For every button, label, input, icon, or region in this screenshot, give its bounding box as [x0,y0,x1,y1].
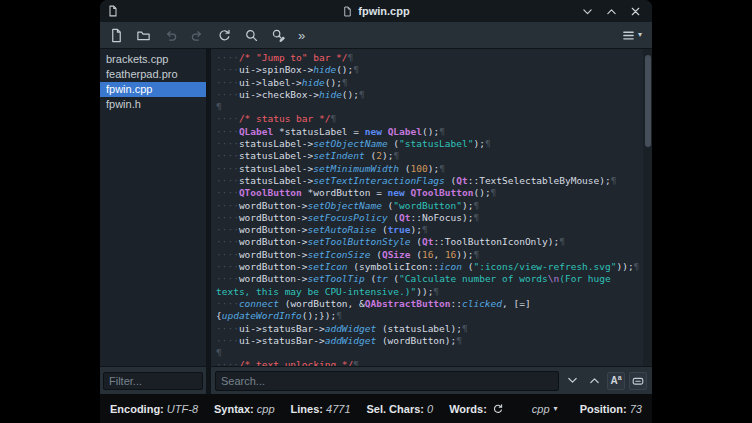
chevron-down-icon: ▾ [638,31,642,39]
code-line: ¶ [216,347,643,359]
reload-icon[interactable] [215,26,234,45]
syntax-selector-value: cpp [532,403,550,415]
search-row: Aa [100,366,652,394]
code-line: ····wordButton->setIconSize (QSize (16, … [216,249,643,261]
code-line: ····/* "Jump to" bar */¶ [216,52,643,64]
code-line: ¶ [216,101,643,113]
code-line: ····/* status bar */¶ [216,113,643,125]
position-value: 73 [630,403,642,415]
redo-icon[interactable] [188,26,207,45]
search-input[interactable] [215,371,559,391]
app-icon[interactable] [107,5,119,17]
code-line: ····wordButton->setIcon (symbolicIcon::i… [216,261,643,273]
code-line: ····ui->spinBox->hide();¶ [216,64,643,76]
undo-icon[interactable] [161,26,180,45]
code-line: {updateWordInfo();});¶ [216,310,643,322]
code-line: ····ui->statusBar->addWidget (statusLabe… [216,323,643,335]
code-line: ····/* text unlocking */¶ [216,359,643,366]
file-list[interactable]: brackets.cppfeatherpad.profpwin.cppfpwin… [100,49,206,366]
code-lines[interactable]: ····/* "Jump to" bar */¶····ui->spinBox-… [211,49,643,366]
file-list-item[interactable]: brackets.cpp [100,52,206,67]
editor-scrollbar[interactable] [643,49,652,366]
syntax-selector[interactable]: cpp ▾ [532,403,558,415]
whole-word-button[interactable] [629,372,647,390]
chevron-down-icon: ▾ [554,404,558,413]
code-line: ····statusLabel->setIndent (2);¶ [216,150,643,162]
featherpad-window: fpwin.cpp [100,0,652,423]
scrollbar-handle[interactable] [645,55,651,147]
window-title-group: fpwin.cpp [100,0,652,22]
code-line: ····statusLabel->setTextInteractionFlags… [216,175,643,187]
document-menu-icon [621,28,636,43]
close-icon[interactable] [628,4,643,19]
code-line: ····wordButton->setToolButtonStyle (Qt::… [216,236,643,248]
code-line: ····ui->label->hide();¶ [216,77,643,89]
search-cell: Aa [211,371,652,391]
minimize-icon[interactable] [580,4,595,19]
open-folder-icon[interactable] [134,26,153,45]
window-controls [580,4,652,19]
file-list-item[interactable]: fpwin.cpp [100,82,206,97]
titlebar[interactable]: fpwin.cpp [100,0,652,22]
word-count-refresh-icon[interactable] [492,403,504,415]
code-line: ····QToolButton *wordButton = new QToolB… [216,187,643,199]
search-icon[interactable] [242,26,261,45]
toolbar-overflow-chevron[interactable]: » [296,29,307,42]
statusbar: Encoding: UTF-8Syntax: cppLines: 4771Sel… [100,394,652,423]
main-area: brackets.cppfeatherpad.profpwin.cppfpwin… [100,49,652,366]
filter-cell [100,372,206,390]
maximize-icon[interactable] [604,4,619,19]
desktop: { "window": { "title": "fpwin.cpp" }, "t… [0,0,752,423]
file-list-item[interactable]: featherpad.pro [100,67,206,82]
code-line: ····wordButton->setAutoRaise (true);¶ [216,224,643,236]
code-line: ····wordButton->setObjectName ("wordButt… [216,200,643,212]
window-title: fpwin.cpp [358,5,409,17]
status-items: Encoding: UTF-8Syntax: cppLines: 4771Sel… [110,403,433,415]
code-line: ····statusLabel->setObjectName ("statusL… [216,138,643,150]
search-previous-button[interactable] [585,372,603,390]
code-line: ····statusLabel->setMinimumWidth (100);¶ [216,163,643,175]
code-line: ····QLabel *statusLabel = new QLabel();¶ [216,126,643,138]
status-item: Lines: 4771 [291,403,351,415]
document-menu-button[interactable]: ▾ [618,27,645,44]
find-replace-icon[interactable] [269,26,288,45]
words-group: Words: [449,403,504,415]
code-line: ····wordButton->setToolTip (tr ("Calcula… [216,273,643,285]
filter-input[interactable] [103,372,203,390]
position-label: Position: [580,403,627,415]
status-item: Encoding: UTF-8 [110,403,198,415]
title-doc-icon [342,6,353,17]
status-right: cpp ▾ Position: 73 [532,403,642,415]
toolbar: » ▾ [100,22,652,49]
status-item: Sel. Chars: 0 [367,403,434,415]
code-line: ····ui->checkBox->hide();¶ [216,89,643,101]
file-list-item[interactable]: fpwin.h [100,97,206,112]
code-line: ····connect (wordButton, &QAbstractButto… [216,298,643,310]
code-line: ····ui->statusBar->addWidget (wordButton… [216,335,643,347]
new-file-icon[interactable] [107,26,126,45]
match-case-button[interactable]: Aa [607,372,625,390]
code-line: texts, this may be CPU-intensive.)"));¶ [216,286,643,298]
status-item: Syntax: cpp [214,403,275,415]
words-label: Words: [449,403,487,415]
search-next-button[interactable] [563,372,581,390]
editor-area: ····/* "Jump to" bar */¶····ui->spinBox-… [211,49,652,366]
position-indicator: Position: 73 [580,403,642,415]
code-line: ····wordButton->setFocusPolicy (Qt::NoFo… [216,212,643,224]
match-case-icon: Aa [610,374,621,386]
